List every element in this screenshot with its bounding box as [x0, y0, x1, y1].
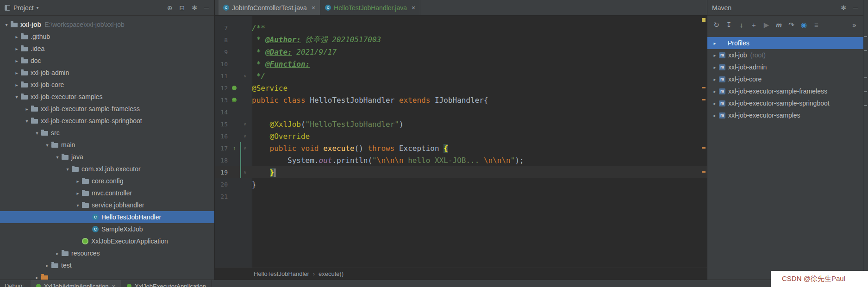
project-tree-item[interactable]: ▾service.jobhandler: [0, 199, 214, 211]
editor-tab[interactable]: CJobInfoControllerTest.java×: [219, 0, 320, 15]
fold-marker-icon[interactable]: ∨: [241, 134, 249, 138]
maven-tree-item[interactable]: ▸mxxl-job-executor-sample-springboot: [707, 97, 863, 109]
stripe-mark[interactable]: [702, 99, 706, 100]
refresh-icon[interactable]: ↻: [710, 21, 723, 29]
project-tree-item[interactable]: ▾com.xxl.job.executor: [0, 163, 214, 175]
code-line[interactable]: 15∨ @XxlJob("HelloTestJobHandler"): [215, 118, 707, 130]
code-line[interactable]: 17↑∨ public void execute() throws Except…: [215, 142, 707, 154]
expand-chevron-icon[interactable]: ▸: [711, 101, 718, 106]
breadcrumb-item[interactable]: HelloTestJobHandler: [254, 270, 309, 277]
expand-chevron-icon[interactable]: ▸: [13, 34, 20, 39]
expand-chevron-icon[interactable]: ▸: [13, 70, 20, 75]
code-line[interactable]: 9 * @Date: 2021/9/17: [215, 46, 707, 58]
project-tree-item[interactable]: ▾main: [0, 139, 214, 151]
project-tree-item[interactable]: ▾java: [0, 151, 214, 163]
debug-session-tab[interactable]: XxlJobAdminApplication×: [31, 280, 121, 287]
spring-bean-icon[interactable]: [232, 86, 237, 90]
expand-chevron-icon[interactable]: ▸: [13, 58, 20, 63]
code-line[interactable]: 18 System.out.println("\n\n\n hello XXL-…: [215, 154, 707, 166]
maven-tree-item[interactable]: ▸Profiles: [707, 37, 863, 49]
project-tree-item[interactable]: ▾src: [0, 127, 214, 139]
expand-chevron-icon[interactable]: ▸: [74, 191, 81, 196]
expand-chevron-icon[interactable]: ▸: [711, 65, 718, 70]
maven-tree-item[interactable]: ▸mxxl-job-core: [707, 73, 863, 85]
locate-file-icon[interactable]: ⊕: [167, 4, 173, 12]
project-tree-item[interactable]: CSampleXxlJob: [0, 223, 214, 235]
code-line[interactable]: 10 * @Function:: [215, 58, 707, 70]
code-line[interactable]: 20}: [215, 178, 707, 190]
expand-chevron-icon[interactable]: ▸: [711, 53, 718, 58]
code-line[interactable]: 8 * @Author: 徐章强 20210517003: [215, 34, 707, 46]
collapse-chevron-icon[interactable]: ▾: [13, 94, 20, 100]
collapse-chevron-icon[interactable]: ▾: [44, 143, 51, 148]
show-settings-icon[interactable]: ≡: [810, 21, 823, 29]
close-icon[interactable]: ×: [412, 4, 415, 12]
skip-tests-icon[interactable]: ↷: [785, 21, 798, 29]
fold-marker-icon[interactable]: ∧: [241, 74, 249, 78]
project-tree-item[interactable]: ▾xxl-job-executor-sample-springboot: [0, 115, 214, 127]
project-toolwindow-icon[interactable]: [5, 5, 10, 11]
close-icon[interactable]: ×: [312, 4, 315, 12]
more-icon[interactable]: »: [848, 21, 861, 29]
fold-marker-icon[interactable]: ∨: [241, 146, 249, 150]
maven-tree-item[interactable]: ▸mxxl-job-admin: [707, 61, 863, 73]
project-tree-item[interactable]: ▾xxl-job-executor-samples: [0, 91, 214, 103]
collapse-chevron-icon[interactable]: ▾: [3, 22, 10, 27]
project-tree-item[interactable]: ▸.github: [0, 31, 214, 43]
stripe-mark[interactable]: [702, 147, 706, 149]
code-line[interactable]: 7/**: [215, 22, 707, 34]
code-line[interactable]: 21: [215, 190, 707, 202]
hide-panel-icon[interactable]: ─: [204, 4, 209, 12]
inspection-status-square[interactable]: [702, 18, 706, 22]
project-tree-item[interactable]: ▸doc: [0, 55, 214, 67]
download-sources-icon[interactable]: ↧: [723, 21, 735, 29]
add-maven-project-icon[interactable]: +: [748, 21, 760, 29]
collapse-chevron-icon[interactable]: ▾: [64, 167, 71, 172]
project-tree-item[interactable]: XxlJobExecutorApplication: [0, 235, 214, 247]
fold-marker-icon[interactable]: ∨: [241, 122, 249, 126]
code-editor[interactable]: 7/**8 * @Author: 徐章强 202105170039 * @Dat…: [215, 16, 707, 268]
project-tree-item[interactable]: ▸xxl-job-admin: [0, 67, 214, 79]
spring-bean-icon[interactable]: [232, 98, 237, 102]
expand-chevron-icon[interactable]: ▸: [23, 106, 31, 112]
project-tree-item[interactable]: ▸: [0, 271, 214, 280]
expand-chevron-icon[interactable]: ▸: [711, 77, 718, 82]
offline-mode-icon[interactable]: ◉: [798, 21, 810, 29]
editor-tab[interactable]: CHelloTestJobHandler.java×: [320, 0, 420, 15]
error-stripe[interactable]: [700, 16, 707, 268]
project-tree-item[interactable]: ▸resources: [0, 247, 214, 259]
expand-chevron-icon[interactable]: ▸: [33, 275, 41, 280]
code-line[interactable]: 12@Service: [215, 82, 707, 94]
collapse-all-icon[interactable]: ⊟: [180, 4, 185, 12]
maven-tree-item[interactable]: ▸mxxl-job-executor-samples: [707, 109, 863, 121]
execute-goal-icon[interactable]: m: [773, 21, 785, 29]
breadcrumb-item[interactable]: execute(): [318, 270, 343, 277]
expand-chevron-icon[interactable]: ▸: [74, 179, 81, 184]
expand-chevron-icon[interactable]: ▸: [54, 251, 61, 256]
override-method-icon[interactable]: ↑: [233, 145, 236, 151]
expand-chevron-icon[interactable]: ▸: [13, 46, 20, 51]
code-line[interactable]: 19∧ }: [215, 166, 707, 178]
collapse-chevron-icon[interactable]: ▾: [54, 155, 61, 160]
run-icon[interactable]: ▶: [760, 21, 773, 29]
project-tree-item[interactable]: ▾xxl-jobE:\workspace\xxl-job\xxl-job: [0, 19, 214, 31]
download-icon[interactable]: ↓: [735, 21, 748, 29]
code-line[interactable]: 13public class HelloTestJobHandler exten…: [215, 94, 707, 106]
project-tree-item[interactable]: ▸core.config: [0, 175, 214, 187]
project-tree-item[interactable]: ▸mvc.controller: [0, 187, 214, 199]
hide-panel-icon[interactable]: ─: [853, 4, 858, 12]
expand-chevron-icon[interactable]: ▸: [44, 263, 51, 268]
code-line[interactable]: 11∧ */: [215, 70, 707, 82]
project-tree-item[interactable]: ▸xxl-job-executor-sample-frameless: [0, 103, 214, 115]
debug-session-tab[interactable]: XxlJobExecutorApplication: [121, 280, 212, 287]
project-tree-item[interactable]: ▸xxl-job-core: [0, 79, 214, 91]
fold-marker-icon[interactable]: ∧: [241, 170, 249, 175]
close-icon[interactable]: ×: [112, 283, 115, 287]
project-tree-item[interactable]: ▸test: [0, 259, 214, 271]
expand-chevron-icon[interactable]: ▸: [711, 41, 718, 46]
expand-chevron-icon[interactable]: ▸: [711, 89, 718, 94]
stripe-mark[interactable]: [702, 87, 706, 88]
settings-gear-icon[interactable]: ✻: [192, 4, 197, 12]
chevron-down-icon[interactable]: ▾: [37, 5, 39, 10]
stripe-mark[interactable]: [702, 171, 706, 173]
